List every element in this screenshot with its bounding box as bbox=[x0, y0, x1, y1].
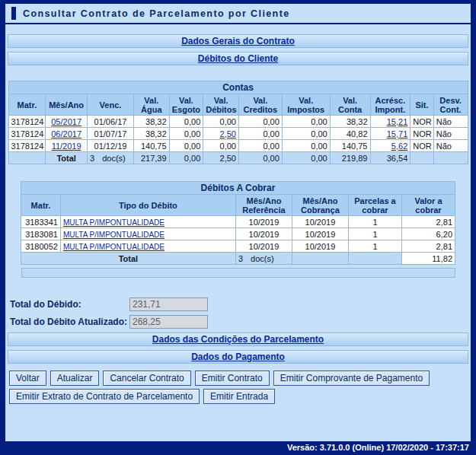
cancelar-contrato-button[interactable]: Cancelar Contrato bbox=[103, 371, 190, 386]
contas-total-val-debitos: 2,50 bbox=[203, 152, 239, 164]
col-header-venc: Venc. bbox=[88, 94, 134, 116]
contas-total-val-impostos: 0,00 bbox=[282, 152, 330, 164]
tipo-debito-link[interactable]: MULTA P/IMPONTUALIDADE bbox=[63, 243, 165, 251]
cell-val-esgoto: 0,00 bbox=[169, 116, 203, 128]
col-header-valor: Valor a cobrar bbox=[401, 195, 455, 216]
col-header-matr: Matr. bbox=[21, 195, 60, 216]
col-header-val-impostos: Val. Impostos bbox=[282, 94, 330, 116]
cell-valor: 2,81 bbox=[401, 240, 455, 253]
col-header-val-debitos: Val. Débitos bbox=[203, 94, 239, 116]
atualizar-button[interactable]: Atualizar bbox=[50, 371, 100, 386]
section-dados-gerais[interactable]: Dados Gerais do Contrato bbox=[8, 34, 468, 48]
col-header-parcelas: Parcelas a cobrar bbox=[348, 195, 401, 216]
cell-val-agua: 38,32 bbox=[133, 116, 169, 128]
cell-parcelas: 1 bbox=[348, 240, 401, 253]
mes-ano-link[interactable]: 06/2017 bbox=[51, 129, 81, 138]
cell-referencia: 10/2019 bbox=[235, 240, 292, 253]
table-row: 3178124 05/2017 01/06/17 38,32 0,00 0,00… bbox=[8, 116, 468, 128]
cell-val-creditos: 0,00 bbox=[238, 128, 282, 140]
cell-val-debitos: 0,00 bbox=[203, 116, 239, 128]
val-debitos-link[interactable]: 2,50 bbox=[220, 129, 236, 138]
section-dados-gerais-link[interactable]: Dados Gerais do Contrato bbox=[181, 36, 295, 46]
tipo-debito-link[interactable]: MULTA P/IMPONTUALIDADE bbox=[63, 231, 165, 239]
col-header-mes-ano-referencia: Mês/Ano Referência bbox=[235, 195, 292, 216]
col-header-matr: Matr. bbox=[8, 94, 46, 116]
cell-matr: 3183081 bbox=[21, 228, 60, 240]
totals-panel: Total do Débido: Total do Débito Atualiz… bbox=[10, 298, 471, 329]
table-row: 3183341 MULTA P/IMPONTUALIDADE 10/2019 1… bbox=[21, 216, 455, 228]
debitos-total-valor: 11,82 bbox=[401, 253, 455, 265]
table-row: 3178124 06/2017 01/07/17 38,32 0,00 2,50… bbox=[8, 128, 468, 140]
contas-table-title: Contas bbox=[8, 81, 468, 94]
col-header-val-esgoto: Val. Esgoto bbox=[169, 94, 203, 116]
emitir-comprovante-button[interactable]: Emitir Comprovante de Pagamento bbox=[273, 371, 430, 386]
cell-venc: 01/07/17 bbox=[88, 128, 134, 140]
cell-val-impostos: 0,00 bbox=[282, 116, 330, 128]
emitir-contrato-button[interactable]: Emitir Contrato bbox=[195, 371, 270, 386]
contas-total-acresc: 36,54 bbox=[370, 152, 411, 164]
col-header-val-agua: Val. Água bbox=[133, 94, 169, 116]
cell-desv: Não bbox=[433, 140, 468, 152]
debitos-total-docs: 3doc(s) bbox=[235, 253, 292, 265]
contas-total-docs: 3doc(s) bbox=[88, 152, 134, 164]
debitos-footer-bar bbox=[21, 268, 455, 278]
col-header-sit: Sit. bbox=[411, 94, 433, 116]
total-atualizado-label: Total do Débito Atualizado: bbox=[10, 317, 129, 327]
mes-ano-link[interactable]: 05/2017 bbox=[51, 117, 81, 126]
cell-val-impostos: 0,00 bbox=[282, 128, 330, 140]
cell-val-conta: 40,82 bbox=[330, 128, 370, 140]
total-debido-line: Total do Débido: bbox=[10, 298, 471, 311]
app-window: Consultar Contrato de Parcelamento por C… bbox=[0, 0, 476, 455]
cell-cobranca: 10/2019 bbox=[292, 240, 348, 253]
acresc-link[interactable]: 5,62 bbox=[391, 142, 407, 151]
cell-matr: 3180052 bbox=[21, 240, 60, 253]
emitir-entrada-button[interactable]: Emitir Entrada bbox=[203, 389, 275, 404]
cell-valor: 2,81 bbox=[401, 216, 455, 228]
acresc-link[interactable]: 15,71 bbox=[387, 129, 408, 138]
col-header-val-creditos: Val. Creditos bbox=[238, 94, 282, 116]
total-debido-input[interactable] bbox=[129, 298, 208, 311]
section-condicoes-parcelamento-link[interactable]: Dados das Condições do Parcelamento bbox=[152, 334, 324, 345]
cell-val-conta: 38,32 bbox=[330, 116, 370, 128]
section-dados-pagamento[interactable]: Dados do Pagamento bbox=[8, 350, 468, 364]
mes-ano-link[interactable]: 11/2019 bbox=[52, 142, 81, 151]
cell-val-agua: 140,75 bbox=[133, 140, 169, 152]
cell-parcelas: 1 bbox=[348, 216, 401, 228]
footer-bar: Versão: 3.71.0.0 (Online) 17/02/2020 - 1… bbox=[0, 441, 476, 455]
emitir-extrato-button[interactable]: Emitir Extrato de Contrato de Parcelamen… bbox=[9, 389, 200, 404]
debitos-total-label: Total bbox=[21, 253, 235, 265]
section-dados-pagamento-link[interactable]: Dados do Pagamento bbox=[191, 352, 285, 362]
debitos-table-title: Débitos A Cobrar bbox=[21, 182, 455, 195]
cell-sit: NOR bbox=[411, 128, 433, 140]
cell-val-esgoto: 0,00 bbox=[169, 140, 203, 152]
title-bar: Consultar Contrato de Parcelamento por C… bbox=[5, 4, 471, 24]
contas-total-val-conta: 219,89 bbox=[330, 152, 370, 164]
acresc-link[interactable]: 15,21 bbox=[387, 117, 408, 126]
section-condicoes-parcelamento[interactable]: Dados das Condições do Parcelamento bbox=[8, 332, 468, 346]
contas-table-title-row: Contas bbox=[8, 81, 468, 94]
button-row-2: Emitir Extrato de Contrato de Parcelamen… bbox=[9, 389, 471, 404]
cell-val-esgoto: 0,00 bbox=[169, 128, 203, 140]
cell-matr: 3178124 bbox=[8, 116, 46, 128]
cell-val-impostos: 0,00 bbox=[282, 140, 330, 152]
contas-total-val-creditos: 0,00 bbox=[238, 152, 282, 164]
contas-total-row: Total 3doc(s) 217,39 0,00 2,50 0,00 0,00… bbox=[8, 152, 468, 164]
cell-referencia: 10/2019 bbox=[235, 228, 292, 240]
voltar-button[interactable]: Voltar bbox=[9, 371, 46, 386]
contas-total-val-esgoto: 0,00 bbox=[169, 152, 203, 164]
cell-parcelas: 1 bbox=[348, 228, 401, 240]
contas-header-row: Matr. Mês/Ano Venc. Val. Água Val. Esgot… bbox=[8, 94, 468, 116]
section-debitos-cliente-link[interactable]: Débitos do Cliente bbox=[198, 53, 278, 64]
cell-cobranca: 10/2019 bbox=[292, 228, 348, 240]
cell-sit: NOR bbox=[411, 116, 433, 128]
section-debitos-cliente[interactable]: Débitos do Cliente bbox=[8, 52, 468, 65]
col-header-desv: Desv. Cont. bbox=[433, 94, 468, 116]
cell-val-creditos: 0,00 bbox=[238, 116, 282, 128]
table-row: 3178124 11/2019 01/12/19 140,75 0,00 0,0… bbox=[8, 140, 468, 152]
total-debido-label: Total do Débido: bbox=[10, 299, 129, 310]
debitos-header-row: Matr. Tipo do Débito Mês/Ano Referência … bbox=[21, 195, 455, 216]
col-header-mes-ano: Mês/Ano bbox=[46, 94, 88, 116]
total-atualizado-input[interactable] bbox=[129, 315, 208, 329]
title-accent bbox=[11, 7, 16, 20]
tipo-debito-link[interactable]: MULTA P/IMPONTUALIDADE bbox=[63, 218, 165, 227]
